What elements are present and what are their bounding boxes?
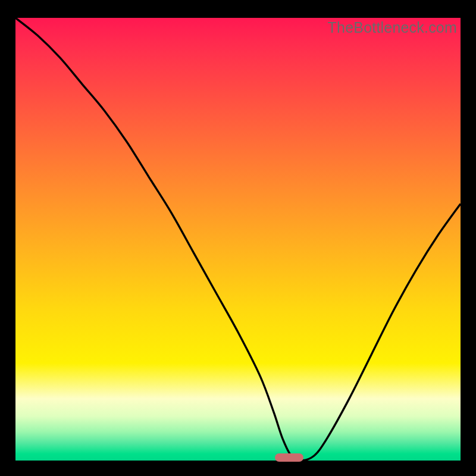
optimum-marker <box>275 453 303 462</box>
bottleneck-curve <box>15 18 461 461</box>
plot-area: TheBottleneck.com <box>15 18 461 461</box>
curve-path <box>15 18 461 461</box>
chart-frame: TheBottleneck.com <box>0 0 476 476</box>
